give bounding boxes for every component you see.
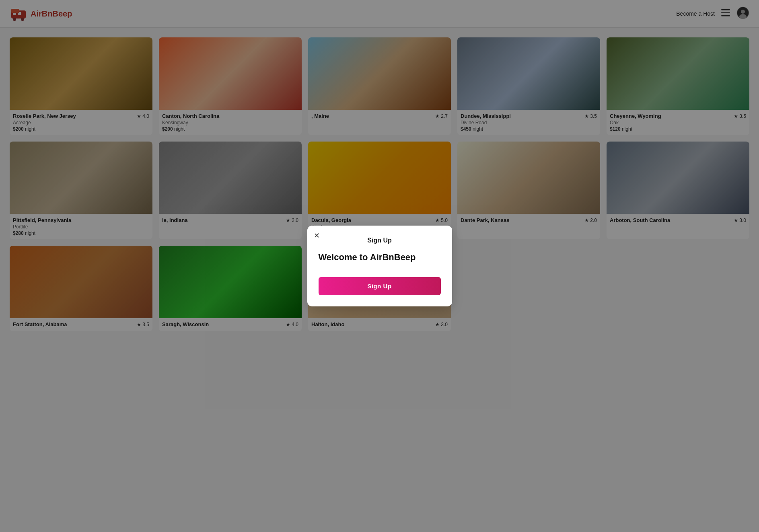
modal-welcome: Welcome to AirBnBeep [319, 252, 441, 263]
modal-title: Sign Up [319, 237, 441, 244]
modal-overlay: ✕ Sign Up Welcome to AirBnBeep Sign Up [0, 0, 759, 532]
signup-modal: ✕ Sign Up Welcome to AirBnBeep Sign Up [307, 226, 452, 306]
signup-button[interactable]: Sign Up [319, 277, 441, 295]
close-button[interactable]: ✕ [314, 232, 320, 239]
